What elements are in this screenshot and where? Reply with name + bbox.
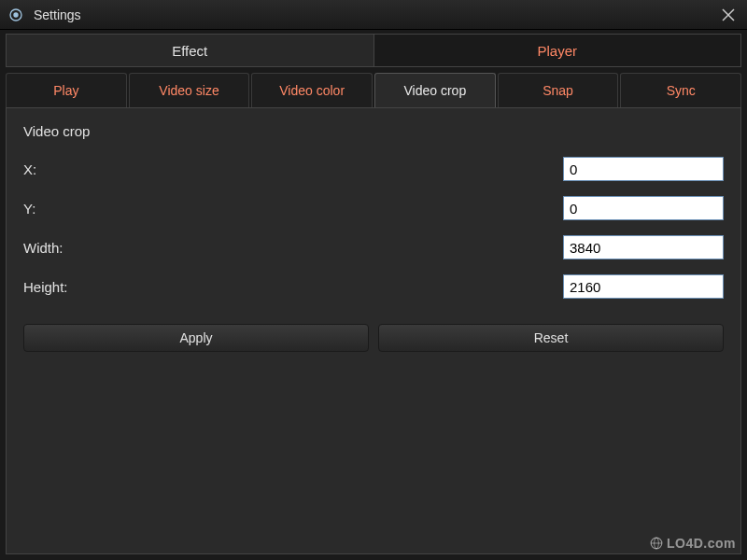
- app-icon: [7, 7, 24, 23]
- main-tabs: Effect Player: [6, 34, 741, 67]
- label-height: Height:: [23, 279, 68, 295]
- close-icon: [722, 8, 735, 21]
- input-height[interactable]: [563, 274, 724, 299]
- label-width: Width:: [23, 240, 63, 256]
- watermark-text: LO4D.com: [667, 536, 736, 551]
- apply-button-label: Apply: [179, 330, 212, 345]
- globe-icon: [650, 537, 663, 550]
- field-row-y: Y:: [23, 195, 724, 221]
- tab-player[interactable]: Player: [374, 35, 741, 66]
- input-y[interactable]: [563, 196, 724, 220]
- subtab-play[interactable]: Play: [6, 73, 127, 107]
- section-title: Video crop: [23, 123, 724, 139]
- subtab-video-crop[interactable]: Video crop: [374, 73, 496, 107]
- reset-button[interactable]: Reset: [378, 324, 724, 352]
- button-row: Apply Reset: [23, 324, 724, 352]
- tab-effect-label: Effect: [172, 43, 207, 59]
- content-panel: Video crop X: Y: Width: Height: Apply: [6, 108, 741, 554]
- close-button[interactable]: [717, 4, 740, 26]
- tab-effect[interactable]: Effect: [7, 35, 374, 66]
- subtab-snap[interactable]: Snap: [498, 73, 619, 107]
- subtab-sync[interactable]: Sync: [620, 73, 741, 107]
- subtab-snap-label: Snap: [543, 83, 573, 98]
- label-y: Y:: [23, 201, 35, 217]
- reset-button-label: Reset: [534, 330, 569, 345]
- subtab-video-size[interactable]: Video size: [129, 73, 250, 107]
- tab-player-label: Player: [537, 43, 577, 59]
- subtab-video-crop-label: Video crop: [404, 83, 467, 98]
- input-width[interactable]: [563, 235, 724, 259]
- subtab-video-color[interactable]: Video color: [251, 73, 373, 107]
- subtab-play-label: Play: [53, 83, 78, 98]
- field-row-height: Height:: [23, 273, 724, 300]
- field-row-x: X:: [23, 156, 724, 182]
- input-x[interactable]: [563, 157, 724, 181]
- subtab-sync-label: Sync: [667, 83, 696, 98]
- field-row-width: Width:: [23, 234, 724, 260]
- window-title: Settings: [34, 7, 81, 22]
- label-x: X:: [23, 161, 36, 177]
- settings-window: Settings Effect Player Play Video size V…: [0, 0, 747, 560]
- titlebar: Settings: [0, 0, 747, 30]
- watermark: LO4D.com: [650, 536, 736, 551]
- subtab-video-size-label: Video size: [159, 83, 218, 98]
- subtab-video-color-label: Video color: [279, 83, 345, 98]
- sub-tabs: Play Video size Video color Video crop S…: [6, 73, 741, 108]
- svg-point-1: [14, 13, 18, 17]
- apply-button[interactable]: Apply: [23, 324, 369, 352]
